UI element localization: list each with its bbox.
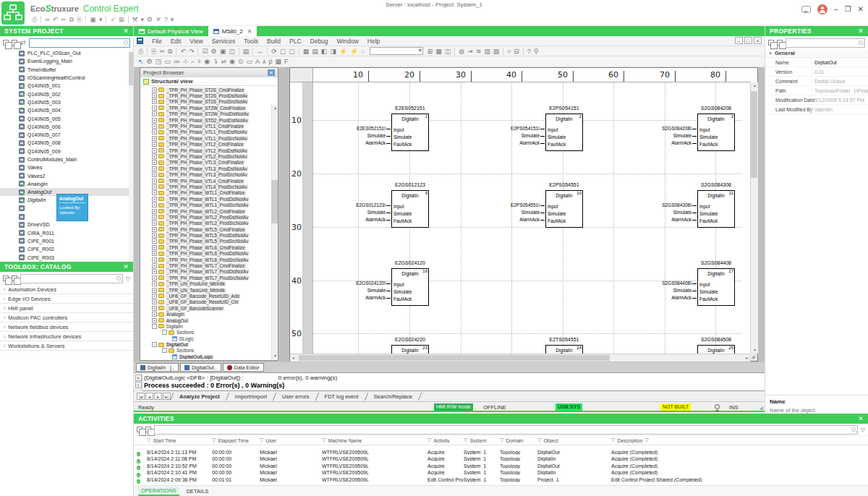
pb-item--tpr-ph-phase-wtl7-prodsrcnotav[interactable]: +_TPR_PH_Phase_WTL7_ProdSrcNotAv (140, 275, 278, 281)
expand-icon[interactable]: + (152, 251, 157, 256)
column-header-activity[interactable]: ▽Activity (427, 437, 464, 443)
property-row-modification-date[interactable]: Modification Date5/12/2008 5:14:57 PM (765, 95, 868, 105)
expand-icon[interactable]: + (152, 93, 157, 98)
expand-icon[interactable]: + (152, 111, 157, 116)
pb-item--tpr-ph-phase-st2s-prodsrcnotav[interactable]: +_TPR_PH_Phase_ST2S_ProdSrcNotAv (140, 99, 278, 105)
project-browser-titlebar[interactable]: Project Browser ✕ (140, 68, 278, 77)
general-section-row[interactable]: ▼ General (765, 49, 868, 58)
trace-icon[interactable]: ≋ (476, 47, 482, 56)
pb-item--tpr-ph-phase-wtl7-proddstnotav[interactable]: +_TPR_PH_Phase_WTL7_ProdDstNotAv (140, 269, 278, 275)
tree-item-q140n05_008[interactable]: Q140N05_008 (0, 139, 133, 147)
watchpoint-icon[interactable]: ⊙ (238, 57, 244, 66)
tree-item-controlmodules_main[interactable]: ControlModules_Main (0, 155, 133, 163)
mdi-minimize-button[interactable]: – (735, 37, 743, 44)
expand-icon[interactable]: + (152, 257, 157, 262)
expand-icon[interactable]: + (152, 87, 157, 93)
close-button[interactable]: ✕ (858, 5, 864, 14)
expand-icon[interactable]: + (152, 172, 157, 177)
pb-item-sections[interactable]: -Sections (140, 330, 278, 335)
pb-item--tpr-ph-phase-wtl6-cmdfinalize[interactable]: +_TPR_PH_Phase_WTL6_CmdFinalize (140, 244, 278, 250)
pb-item--tpr-ph-phase-vtl1-proddstnotav[interactable]: +_TPR_PH_Phase_VTL1_ProdDstNotAv (140, 129, 278, 135)
undo-icon[interactable]: ↶ (53, 15, 59, 24)
memory-icon[interactable]: ▥ (484, 47, 490, 56)
tab-m580-2[interactable]: M580_2 ✕ (208, 26, 258, 36)
property-row-version[interactable]: Version0.11 (765, 67, 868, 77)
expand-icon[interactable]: + (152, 136, 157, 141)
block-body[interactable]: 25DigitalInInputSimulateFaultAck (697, 345, 735, 354)
collapse-all-icon[interactable] (777, 40, 783, 46)
branch-icon[interactable]: ⌐ (191, 57, 195, 66)
block-body[interactable]: 16DigitalInInputSimulateFaultAck (391, 268, 429, 306)
stop-icon[interactable]: ▢ (280, 47, 286, 56)
menu-build[interactable]: Build (267, 38, 281, 45)
maximize-button[interactable]: ❐ (845, 5, 851, 14)
expand-icon[interactable]: + (152, 294, 157, 299)
tree-item-eventlogging_main[interactable]: EventLogging_Main (0, 57, 133, 65)
output-tab-fdt-log-event[interactable]: FDT log event (318, 393, 366, 400)
tree-item-cipe_r002[interactable]: CIPE_R002 (0, 245, 133, 253)
cut-icon[interactable]: ✂ (159, 47, 165, 56)
hint-bulb-icon[interactable] (715, 404, 720, 409)
resize-grip[interactable]: ◢ (749, 353, 757, 361)
expand-icon[interactable]: + (152, 148, 157, 153)
nav-next-icon[interactable]: ▸ (154, 393, 162, 400)
expand-icon[interactable]: + (152, 154, 157, 159)
menu-services[interactable]: Services (212, 38, 236, 45)
tree-item-q140n05_003[interactable]: Q140N05_003 (0, 98, 133, 106)
column-header-domain[interactable]: ▽Domain (500, 437, 537, 443)
scroll-up-icon[interactable]: ▴ (272, 105, 278, 111)
window-layout-icon[interactable]: ▣ (90, 15, 96, 24)
block-body[interactable]: 10DigitalInInputSimulateFaultAck (545, 190, 583, 228)
pb-item--tpr-ph-phase-std2-proddstnotav[interactable]: +_TPR_PH_Phase_STD2_ProdDstNotAv (140, 117, 278, 123)
close-icon[interactable]: ✕ (858, 415, 864, 422)
expand-icon[interactable]: + (152, 209, 157, 214)
pb-item--tpr-ph-phase-wtl1-cmdfinalize[interactable]: +_TPR_PH_Phase_WTL1_CmdFinalize (140, 190, 278, 196)
window-view-icon[interactable]: ◧ (321, 47, 328, 56)
tree-item-drivevsd[interactable]: DriveVSD (0, 221, 133, 228)
tree-item-q140n05_002[interactable]: Q140N05_002 (0, 90, 133, 98)
pb-item--tpr-ph-phase-wtl2-cmdfinalize[interactable]: +_TPR_PH_Phase_WTL2_CmdFinalize (140, 208, 278, 214)
pb-item--tpr-ph-phase-wtl2-proddstnotav[interactable]: +_TPR_PH_Phase_WTL2_ProdDstNotAv (140, 214, 278, 220)
expand-icon[interactable]: + (152, 263, 157, 268)
block-body[interactable]: 3DigitalInInputSimulateFaultAck (697, 114, 735, 151)
pin-negate-icon[interactable]: ṗ (269, 57, 273, 66)
cut-icon[interactable]: ✂ (61, 15, 67, 24)
nav-first-icon[interactable]: |◂ (137, 393, 145, 400)
search-input[interactable] (155, 426, 857, 434)
pb-item--tpr-ph-phase-vtl2-cmdfinalize[interactable]: +_TPR_PH_Phase_VTL2_CmdFinalize (140, 142, 278, 147)
grid-view-icon[interactable]: ▦ (303, 47, 310, 56)
undo-icon[interactable]: ↶ (180, 47, 186, 56)
pb-item-dlogic[interactable]: DLogic (140, 335, 278, 341)
collapse-icon[interactable]: - (162, 348, 167, 353)
mdi-restore-button[interactable]: □ (744, 37, 752, 44)
dropdown-icon[interactable]: ▾ (141, 15, 145, 24)
pb-item--tpr-ph-phase-st2w-cmdfinalize[interactable]: +_TPR_PH_Phase_ST2W_CmdFinalize (140, 105, 278, 111)
filter-icon[interactable]: ▽ (147, 437, 150, 443)
tree-item-q140n05_009[interactable]: Q140N05_009 (0, 147, 133, 155)
compare-icon[interactable]: ↔ (257, 47, 263, 56)
tree-item-q140n05_001[interactable]: Q140N05_001 (0, 82, 133, 90)
pb-item--ufb-gf-barcode-resetuid-add[interactable]: +_UFB_GF_Barcode_ResetUID_Add (140, 293, 278, 299)
coil-icon[interactable]: ◉ (204, 57, 210, 66)
pb-item-analogout[interactable]: +AnalogOut (140, 317, 278, 323)
pb-item--tpr-ph-phase-wtl5-prodsrcnotav[interactable]: +_TPR_PH_Phase_WTL5_ProdSrcNotAv (140, 239, 278, 244)
search-input[interactable] (30, 39, 129, 47)
expand-all-icon[interactable] (137, 427, 142, 432)
collapse-all-icon[interactable] (12, 40, 17, 46)
expand-icon[interactable]: + (152, 312, 157, 317)
pb-item-digitalout[interactable]: -DigitalOut (140, 341, 278, 347)
expand-icon[interactable]: + (152, 129, 157, 134)
expand-icon[interactable]: + (152, 99, 157, 104)
literal-icon[interactable]: ≔ (174, 57, 180, 66)
tree-item-q140n05_006[interactable]: Q140N05_006 (0, 123, 133, 131)
filter-icon[interactable]: ▽ (644, 437, 648, 443)
pb-item--tpr-ph-phase-vtl1-prodsrcnotav[interactable]: +_TPR_PH_Phase_VTL1_ProdSrcNotAv (140, 135, 278, 141)
column-header-description[interactable]: ▽Description▽ (611, 437, 868, 443)
doc-tab-digitalin-[interactable]: DigitalIn : [.. (136, 363, 179, 372)
expand-all-icon[interactable] (3, 275, 9, 281)
link-icon[interactable]: ∞ (45, 15, 49, 24)
go-online-icon[interactable]: ⟳ (271, 47, 277, 56)
screen-icon[interactable]: ◫ (445, 47, 451, 56)
pb-item--tpr-ph-phase-wtl1-prodsrcnotav[interactable]: +_TPR_PH_Phase_WTL1_ProdSrcNotAv (140, 202, 278, 208)
pb-item--tpr-ph-phase-wtl1-proddstnotav[interactable]: +_TPR_PH_Phase_WTL1_ProdDstNotAv (140, 196, 278, 202)
